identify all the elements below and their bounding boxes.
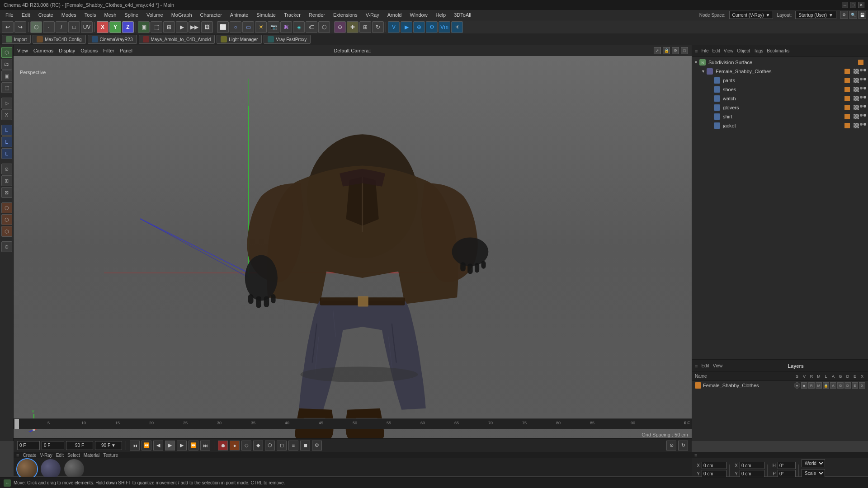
record-btn[interactable]: ⏺ (218, 441, 228, 450)
layer-icon-visibility[interactable]: ■ (801, 382, 807, 389)
key-btn[interactable]: ◇ (241, 441, 251, 450)
y-axis-btn[interactable]: Y (109, 21, 121, 33)
cube-btn[interactable]: ⬜ (217, 21, 229, 33)
play-btn[interactable]: ▶ (165, 441, 175, 450)
go-end-btn[interactable]: ⏭ (200, 441, 210, 450)
layout-search-btn[interactable]: 🔍 (849, 11, 857, 19)
material-shirt-wrapper[interactable]: shirt_MA (64, 459, 84, 479)
layer-edit-btn[interactable]: Edit (701, 363, 709, 368)
mat-material-btn[interactable]: Material (84, 453, 100, 458)
menu-3dtoall[interactable]: 3DToAll (450, 11, 475, 19)
menu-file[interactable]: File (2, 11, 17, 19)
move-btn[interactable]: ✚ (347, 21, 359, 33)
menu-create[interactable]: Create (35, 11, 57, 19)
vray-fb-btn[interactable]: V (388, 21, 400, 33)
next-frame-btn[interactable]: ⏩ (189, 441, 198, 450)
obj-expand-subdivision[interactable]: ▼ (694, 60, 699, 65)
vp-menu-cameras[interactable]: Cameras (33, 48, 54, 53)
vray-settings-btn[interactable]: ⚙ (426, 21, 438, 33)
timeline-btn[interactable]: ◻ (277, 441, 287, 450)
left-tool-motion[interactable]: ▷ (1, 98, 12, 108)
left-tool-axis[interactable]: ⊞ (1, 175, 12, 186)
size-y-input[interactable] (740, 470, 764, 477)
pos-x-input[interactable] (702, 462, 726, 469)
texture-btn[interactable]: ⬚ (151, 21, 162, 33)
tag-btn[interactable]: 🏷 (306, 21, 317, 33)
set-key-btn[interactable]: ◆ (253, 441, 263, 450)
uv-mode-btn[interactable]: UV (81, 21, 93, 33)
render-queue-btn[interactable]: ◼ (300, 441, 310, 450)
obj-expand-female[interactable]: ▼ (701, 69, 707, 74)
layout-icon-btn[interactable]: ⚙ (840, 11, 848, 19)
obj-mgr-file-btn[interactable]: File (701, 48, 708, 53)
obj-row-female-shabby[interactable]: ▼ Female_Shabby_Clothes (692, 67, 868, 76)
size-x-input[interactable] (740, 462, 764, 469)
prev-frame-btn[interactable]: ⏪ (142, 441, 151, 450)
layer-icon-xref[interactable]: X (859, 382, 865, 389)
obj-mgr-object-btn[interactable]: Object (737, 48, 750, 53)
obj-row-shoes[interactable]: shoes (692, 85, 868, 94)
menu-volume[interactable]: Volume (143, 11, 167, 19)
material-ball-pants[interactable] (41, 459, 61, 479)
point-mode-btn[interactable]: · (43, 21, 55, 33)
node-space-dropdown[interactable]: Current (V-Ray) ▼ (729, 11, 774, 19)
menu-tracker[interactable]: Tracker (280, 11, 304, 19)
menu-help[interactable]: Help (432, 11, 450, 19)
scale-dropdown[interactable]: Scale (802, 469, 825, 477)
maximize-btn[interactable]: □ (850, 2, 856, 8)
menu-mograph[interactable]: MoGraph (168, 11, 196, 19)
poly-mode-btn[interactable]: □ (68, 21, 80, 33)
menu-spline[interactable]: Spline (121, 11, 142, 19)
select-live-btn[interactable]: ⊙ (334, 21, 346, 33)
menu-edit[interactable]: Edit (18, 11, 34, 19)
mat-texture-btn[interactable]: Texture (103, 453, 118, 458)
cinemavray-btn[interactable]: CinemaVrayR23 (88, 35, 137, 44)
layer-icon-expressions[interactable]: E (852, 382, 858, 389)
material-btn[interactable]: ⬡ (318, 21, 330, 33)
model-btn[interactable]: ▣ (138, 21, 150, 33)
obj-row-glovers[interactable]: glovers (692, 103, 868, 112)
scale-btn2[interactable]: ⊞ (359, 21, 371, 33)
left-tool-layer3[interactable]: L (1, 148, 12, 159)
material-ball-jacket[interactable] (17, 459, 37, 479)
left-tool-layer2[interactable]: L (1, 136, 12, 147)
obj-row-pants[interactable]: pants (692, 76, 868, 85)
snap-to-key-btn[interactable]: ⊙ (666, 441, 676, 450)
maxtoc4d-btn[interactable]: MaxToC4D Config (33, 35, 85, 44)
left-tool-render2[interactable]: ⬡ (1, 214, 12, 225)
left-tool-snap[interactable]: ⊙ (1, 164, 12, 174)
picture-viewer-btn[interactable]: 🖼 (201, 21, 213, 33)
coords-menu-icon[interactable]: ≡ (694, 452, 697, 458)
menu-extensions[interactable]: Extensions (330, 11, 361, 19)
vp-settings-btn[interactable]: ⚙ (672, 47, 679, 54)
menu-arnold[interactable]: Arnold (384, 11, 406, 19)
z-axis-btn[interactable]: Z (122, 21, 134, 33)
vray-render-btn[interactable]: ▶ (401, 21, 412, 33)
vray-fastproxy-btn[interactable]: Vray FastProxy (264, 35, 311, 44)
deformer-btn[interactable]: ⌘ (280, 21, 292, 33)
obj-row-subdivision[interactable]: ▼ N Subdivision Surface (692, 58, 868, 67)
ipr-btn[interactable]: ▶▶ (189, 21, 200, 33)
left-tool-workplane[interactable]: ⊠ (1, 187, 12, 198)
menu-modes[interactable]: Modes (58, 11, 80, 19)
next-key-btn[interactable]: ▶ (177, 441, 187, 450)
prev-key-btn[interactable]: ◀ (153, 441, 163, 450)
left-tool-layer1[interactable]: L (1, 125, 12, 136)
vray-vm-btn[interactable]: Vm (439, 21, 450, 33)
mat-menu-icon[interactable]: ≡ (16, 452, 19, 458)
layer-menu-icon[interactable]: ≡ (695, 363, 698, 369)
obj-row-watch[interactable]: watch (692, 94, 868, 103)
vray-light-btn[interactable]: ☀ (451, 21, 463, 33)
vp-menu-options[interactable]: Options (80, 48, 98, 53)
vp-menu-panel[interactable]: Panel (120, 48, 132, 53)
render-btn[interactable]: ▶ (176, 21, 188, 33)
layout-save-btn[interactable]: 💾 (858, 11, 866, 19)
camera-btn[interactable]: 📷 (268, 21, 279, 33)
viewport[interactable]: View Cameras Display Options Filter Pane… (14, 45, 692, 441)
vp-menu-display[interactable]: Display (59, 48, 75, 53)
vray-ipr-btn[interactable]: ⊛ (413, 21, 425, 33)
material-jacket-wrapper[interactable]: jacket_M (17, 459, 37, 479)
render-options-btn[interactable]: ⚙ (312, 441, 322, 450)
close-btn[interactable]: ✕ (858, 2, 864, 8)
material-ball-shirt[interactable] (64, 459, 84, 479)
